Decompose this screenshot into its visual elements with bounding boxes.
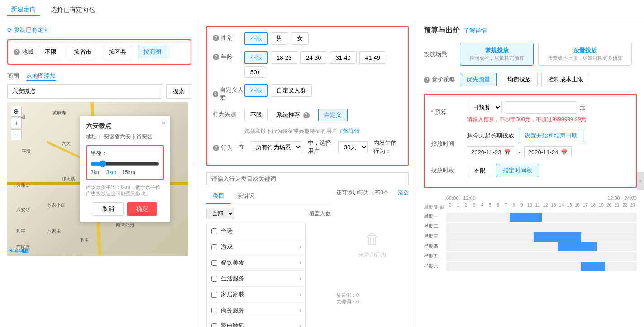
map-ctrl-zoom-out[interactable]: − xyxy=(11,129,22,140)
popup-close-btn[interactable]: × xyxy=(162,119,166,127)
region-row: ? 地域 不限 按省市 按区县 按商圈 xyxy=(14,46,185,58)
cat-checkbox-business[interactable] xyxy=(211,308,217,313)
custom-crowd-row: ? 自定义人群 不限 自定义人群 xyxy=(213,84,402,102)
behavior-keyword-input[interactable] xyxy=(206,172,409,185)
age-2430-btn[interactable]: 24-30 xyxy=(300,51,327,64)
custom-crowd-info-icon[interactable]: ? xyxy=(213,91,218,97)
map-search-input[interactable] xyxy=(7,84,162,99)
budget-type-select[interactable]: 日预算 xyxy=(467,101,502,114)
map-ctrl-compass[interactable]: ⊕ xyxy=(11,106,22,117)
map-label-4: 平墩 xyxy=(22,148,31,155)
map-section: 商圈 从地图添加 搜索 xyxy=(7,72,191,256)
placement-normal-card[interactable]: 常规投放 控制成本，尽量耗完预算 xyxy=(460,43,534,66)
budget-amount-input[interactable] xyxy=(505,101,577,114)
end-cal-icon: 📅 xyxy=(561,149,568,156)
clear-behavior-btn[interactable]: 清空 xyxy=(398,189,409,197)
end-date-input[interactable]: 2020-11-24 📅 xyxy=(524,146,572,158)
cat-item-food[interactable]: 餐饮美食 › xyxy=(207,255,305,271)
radius-slider[interactable] xyxy=(91,160,159,167)
bid-balanced-btn[interactable]: 均衡投放 xyxy=(501,73,538,86)
tab-new-targeting[interactable]: 新建定向 xyxy=(7,4,40,16)
detail-link[interactable]: 了解详情 xyxy=(463,27,487,35)
cat-item-life[interactable]: 生活服务 › xyxy=(207,271,305,287)
map-ctrl-zoom-in[interactable]: + xyxy=(11,118,22,128)
placement-volume-card[interactable]: 放量投放 按安成本上涨，尽量消耗更多预算 xyxy=(538,43,632,66)
gender-female-btn[interactable]: 女 xyxy=(291,32,309,45)
behavior-info-icon[interactable]: ? xyxy=(213,145,219,151)
period-unlimited-btn[interactable]: 不限 xyxy=(467,164,492,177)
radius-3km-2[interactable]: 3km xyxy=(106,169,117,175)
map-label-5: 六大 xyxy=(62,141,71,147)
cat-checkbox-food[interactable] xyxy=(211,260,217,266)
bid-info-icon[interactable]: ? xyxy=(424,77,430,83)
cat-checkbox-home[interactable] xyxy=(211,292,217,298)
cat-checkbox-all[interactable] xyxy=(211,228,217,234)
filter-row: 全部 覆盖人数 xyxy=(206,208,331,219)
radius-15km[interactable]: 15km xyxy=(122,169,135,175)
behavior-custom-btn[interactable]: 自定义 xyxy=(318,109,348,121)
behavior-days-select[interactable]: 30天 xyxy=(338,141,368,153)
behavior-learn-more[interactable]: 了解详情 xyxy=(338,128,360,134)
copy-existing-link[interactable]: ⟳ 复制已有定向 xyxy=(7,26,191,34)
age-50plus-btn[interactable]: 50+ xyxy=(244,66,266,78)
behavior-sys-recommend-btn[interactable]: 系统推荐 ? xyxy=(271,109,315,121)
age-info-icon[interactable]: ? xyxy=(213,54,219,60)
cat-arrow-electronics: › xyxy=(299,323,301,327)
behavior-in-text: 在 xyxy=(239,143,244,151)
cat-item-all[interactable]: 全选 xyxy=(207,223,305,239)
region-by-province-btn[interactable]: 按省市 xyxy=(68,46,97,58)
sys-recommend-info-icon[interactable]: ? xyxy=(303,112,310,118)
cat-checkbox-electronics[interactable] xyxy=(211,323,217,327)
empty-behavior-text: 未添加行为 xyxy=(359,251,386,259)
popup-cancel-btn[interactable]: 取消 xyxy=(93,202,124,216)
custom-unlimited-btn[interactable]: 不限 xyxy=(244,84,268,97)
custom-crowd-btn[interactable]: 自定义人群 xyxy=(271,84,312,97)
bid-priority-btn[interactable]: 优先跑量 xyxy=(460,73,497,86)
gender-unlimited-btn[interactable]: 不限 xyxy=(244,32,268,45)
region-label: ? 地域 xyxy=(14,48,33,56)
age-1823-btn[interactable]: 18-23 xyxy=(271,51,297,64)
age-options: 不限 18-23 24-30 31-40 41-49 50+ xyxy=(244,51,402,78)
interest-tab-category[interactable]: 类目 xyxy=(206,189,231,204)
scroll-right-arrow[interactable]: › xyxy=(637,172,644,190)
set-date-btn[interactable]: 设置开始和结束日期 xyxy=(519,129,583,142)
tab-existing-targeting[interactable]: 选择已有定向包 xyxy=(47,4,99,16)
age-row: ? 年龄 不限 18-23 24-30 31-40 41-49 50+ xyxy=(213,51,402,78)
gender-male-btn[interactable]: 男 xyxy=(271,32,288,45)
popup-confirm-btn[interactable]: 确定 xyxy=(127,202,157,216)
region-by-circle-btn[interactable]: 按商圈 xyxy=(138,46,167,58)
copy-icon: ⟳ xyxy=(7,27,12,33)
radius-3km-1[interactable]: 3km xyxy=(91,169,101,175)
region-unlimited-btn[interactable]: 不限 xyxy=(39,46,62,58)
cat-checkbox-game[interactable] xyxy=(211,244,217,250)
day-mon: 星期一 xyxy=(424,212,446,221)
date-separator: - xyxy=(519,149,520,156)
cat-item-business[interactable]: 商务服务 › xyxy=(207,303,305,318)
behavior-unlimited-btn[interactable]: 不限 xyxy=(244,109,268,121)
hour-7: 7 xyxy=(502,203,510,212)
cat-checkbox-life[interactable] xyxy=(211,276,217,282)
age-unlimited-btn[interactable]: 不限 xyxy=(244,51,268,64)
cat-item-electronics[interactable]: 家电数码 › xyxy=(207,318,305,327)
gender-info-icon[interactable]: ? xyxy=(213,35,219,41)
delivery-from-today: 从今天起长期投放 xyxy=(467,132,514,140)
cat-item-home[interactable]: 家居家装 › xyxy=(207,287,305,303)
bid-control-btn[interactable]: 控制成本上限 xyxy=(541,73,590,86)
region-by-district-btn[interactable]: 按区县 xyxy=(103,46,132,58)
region-info-icon[interactable]: ? xyxy=(14,49,20,55)
behavior-scene-select[interactable]: 所有行为场景 xyxy=(250,141,302,153)
age-3140-btn[interactable]: 31-40 xyxy=(330,51,357,64)
age-4149-btn[interactable]: 41-49 xyxy=(359,51,386,64)
map-tab-business[interactable]: 商圈 xyxy=(7,72,19,81)
map-search-btn[interactable]: 搜索 xyxy=(166,84,191,99)
budget-input-area: 日预算 元 请输入预算，不少于300元，不超过9999999.99元 xyxy=(467,101,630,123)
targeting-options-section: ? 性别 不限 男 女 ? 年龄 不限 xyxy=(206,26,409,166)
category-filter-select[interactable]: 全部 xyxy=(206,208,234,219)
cat-item-game[interactable]: 游戏 › xyxy=(207,239,305,255)
map-label-2: 黄麻寺 xyxy=(52,110,66,116)
period-specified-btn[interactable]: 指定时间段 xyxy=(496,164,539,177)
map-tab-from-map[interactable]: 从地图添加 xyxy=(26,72,56,81)
interest-tab-keyword[interactable]: 关键词 xyxy=(231,189,261,204)
placement-label: 投放场景 xyxy=(424,50,460,58)
start-date-input[interactable]: 2020-11-23 📅 xyxy=(467,146,515,158)
